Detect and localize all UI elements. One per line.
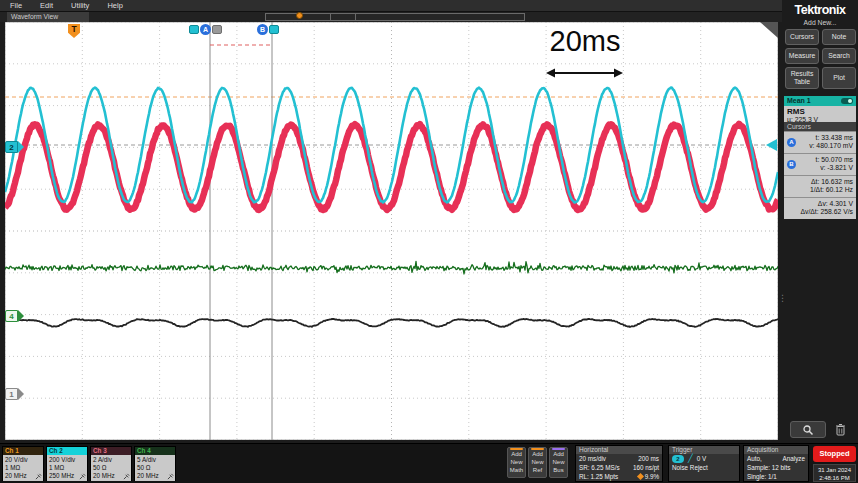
horizontal-settings-panel[interactable]: Horizontal 20 ms/div 200 ms SR: 6.25 MS/… (575, 445, 663, 482)
channel-1-marker[interactable]: 1 (5, 388, 24, 400)
channel-4-label: Ch 4 (135, 447, 175, 455)
acquisition-mode: Auto, (747, 454, 762, 463)
marker-tip-icon (18, 141, 24, 153)
channel-2-badge[interactable]: Ch 2 200 V/div 1 MΩ 250 MHz (46, 446, 88, 481)
channel-1-scale: 20 V/div (5, 456, 43, 464)
channel-2-label: Ch 2 (47, 447, 87, 455)
channel-1-badge[interactable]: Ch 1 20 V/div 1 MΩ 20 MHz (2, 446, 44, 481)
timeline-trigger-marker-icon[interactable] (296, 12, 303, 19)
channel-2-marker[interactable]: 2 (5, 141, 24, 153)
cursor-delta-t-readout: Δt: 16.632 ms 1/Δt: 60.12 Hz (784, 175, 856, 197)
menu-file[interactable]: File (10, 1, 22, 10)
results-table-button[interactable]: Results Table (785, 67, 819, 89)
cursor-b-volt: v: -3.821 V (798, 164, 853, 172)
probe-icon (123, 473, 130, 480)
add-new-label: Add New... (782, 19, 858, 26)
acquisition-single: Single: 1/1 (747, 472, 777, 481)
marker-tip-icon (18, 310, 24, 322)
channel-2-impedance: 1 MΩ (49, 464, 87, 472)
measurement-badge-title: Mean 1 (787, 96, 811, 106)
channel-1-impedance: 1 MΩ (5, 464, 43, 472)
channel-3-scale: 2 A/div (93, 456, 131, 464)
zoom-tool-button[interactable] (790, 421, 826, 438)
acquisition-title: Acquisition (744, 446, 808, 454)
record-timeline[interactable] (265, 13, 525, 21)
measure-button[interactable]: Measure (785, 48, 819, 64)
channel-4-badge[interactable]: Ch 4 5 A/div 50 Ω 20 MHz (134, 446, 176, 481)
settings-bar: Ch 1 20 V/div 1 MΩ 20 MHz Ch 2 200 V/div… (0, 443, 858, 483)
bus-accent (552, 448, 565, 450)
sample-resolution: 160 ns/pt (633, 463, 659, 472)
probe-icon (167, 473, 174, 480)
acquisition-analyze: Analyze (783, 454, 805, 463)
panel-drag-handle[interactable]: ⋮ (778, 296, 787, 300)
horizontal-scale: 20 ms/div (579, 454, 606, 463)
datetime-readout[interactable]: 31 Jan 2024 2:48:16 PM (813, 464, 856, 482)
cursor-b-handle[interactable]: B (257, 24, 279, 35)
timeline-segment (332, 14, 356, 20)
channel-4-marker[interactable]: 4 (5, 310, 24, 322)
search-button[interactable]: Search (822, 48, 856, 64)
ref-accent (531, 448, 544, 450)
channel-3-badge[interactable]: Ch 3 2 A/div 50 Ω 20 MHz (90, 446, 132, 481)
date: 31 Jan 2024 (814, 466, 855, 474)
horizontal-window: 200 ms (638, 454, 659, 463)
tektronix-logo: Tektronix (782, 3, 858, 17)
menu-bar: File Edit Utility Help (0, 0, 858, 12)
plot-button[interactable]: Plot (822, 67, 856, 89)
channel-4-impedance: 50 Ω (137, 464, 175, 472)
acquisition-settings-panel[interactable]: Acquisition Auto, Analyze Sample: 12 bit… (743, 445, 809, 482)
trigger-settings-panel[interactable]: Trigger 2 ╱ 0 V Noise Reject (668, 445, 740, 482)
record-length: RL: 1.25 Mpts (579, 472, 618, 481)
menu-help[interactable]: Help (107, 1, 122, 10)
horizontal-title: Horizontal (576, 446, 662, 454)
measurement-toggle[interactable] (841, 98, 853, 104)
cursor-grip-icon (212, 25, 222, 34)
time: 2:48:16 PM (814, 474, 855, 482)
waveform-display[interactable]: T A B 20ms 2 4 1 (5, 22, 778, 440)
cursors-readout-panel[interactable]: Cursors A t: 33.438 ms v: 480.170 mV B t… (784, 122, 856, 219)
delete-button[interactable] (832, 420, 848, 439)
inverse-delta-t: 1/Δt: 60.12 Hz (787, 186, 853, 194)
add-new-ref-button[interactable]: Add New Ref (528, 447, 547, 478)
add-new-math-button[interactable]: Add New Math (507, 447, 526, 478)
results-sidebar: Tektronix Add New... Cursors Note Measur… (782, 0, 858, 443)
trigger-mode: Noise Reject (672, 463, 708, 472)
cursors-button[interactable]: Cursors (785, 29, 819, 45)
tab-waveform-view[interactable]: Waveform View (7, 12, 89, 22)
cursor-link-icon (269, 25, 279, 34)
cursor-a-badge: A (200, 24, 211, 35)
time-scale-annotation: 20ms (533, 25, 637, 58)
cursor-a-handle[interactable]: A (189, 24, 222, 35)
scope-graticule (5, 22, 778, 440)
channel-4-scale: 5 A/div (137, 456, 175, 464)
channel-1-label: Ch 1 (3, 447, 43, 455)
oscilloscope-app: File Edit Utility Help Waveform View T A… (0, 0, 858, 483)
cursor-a-badge: A (787, 138, 796, 147)
cursor-b-badge: B (787, 160, 796, 169)
cursor-a-readout: A t: 33.438 ms v: 480.170 mV (784, 131, 856, 153)
add-new-bus-button[interactable]: Add New Bus (549, 447, 568, 478)
sample-rate: SR: 6.25 MS/s (579, 463, 620, 472)
math-accent (510, 448, 523, 450)
trigger-title: Trigger (669, 446, 739, 454)
cursor-a-volt: v: 480.170 mV (798, 142, 853, 150)
cursor-b-badge: B (257, 24, 268, 35)
cursor-delta-v-readout: Δv: 4.301 V Δv/Δt: 258.62 V/s (784, 197, 856, 219)
delta-v-over-t: Δv/Δt: 258.62 V/s (787, 208, 853, 216)
trigger-position-icon (637, 473, 644, 480)
menu-edit[interactable]: Edit (40, 1, 53, 10)
rising-edge-icon: ╱ (688, 454, 693, 463)
run-stop-button[interactable]: Stopped (813, 446, 856, 462)
trigger-position-readout: 9.9% (638, 472, 659, 481)
cursor-b-readout: B t: 50.070 ms v: -3.821 V (784, 153, 856, 175)
trigger-level-arrow-icon[interactable] (766, 139, 777, 151)
acquisition-sample: Sample: 12 bits (747, 463, 790, 472)
measurement-badge-mean1[interactable]: Mean 1 RMS µ: 225.3 V (784, 96, 856, 124)
note-button[interactable]: Note (822, 29, 856, 45)
menu-utility[interactable]: Utility (71, 1, 89, 10)
draw-zoom-corner-icon[interactable] (760, 22, 778, 38)
cursor-link-icon (189, 25, 199, 34)
channel-3-label: Ch 3 (91, 447, 131, 455)
trash-icon (835, 423, 846, 436)
